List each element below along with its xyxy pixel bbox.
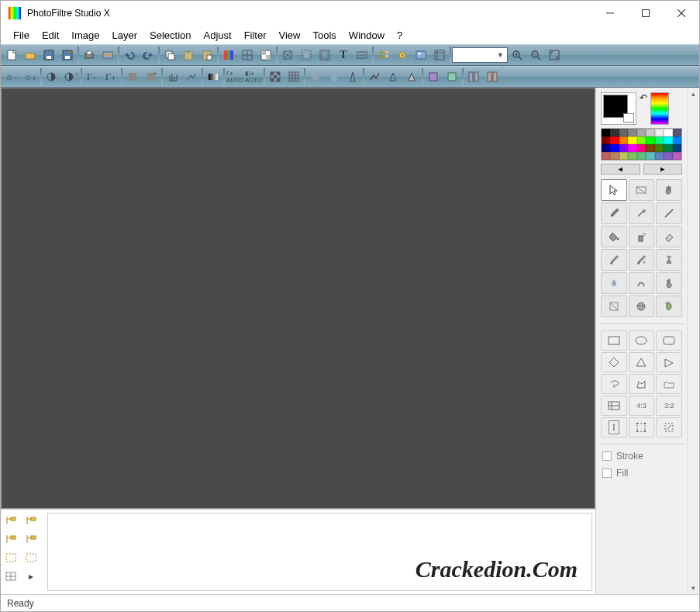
tool-art[interactable] bbox=[656, 296, 682, 317]
shape-invert[interactable]: I bbox=[601, 417, 627, 437]
fill-option[interactable]: Fill bbox=[602, 468, 681, 479]
palette-swatch[interactable] bbox=[610, 152, 619, 160]
shape-ratio-43[interactable]: 4:3 bbox=[629, 396, 655, 416]
palette-swatch[interactable] bbox=[619, 129, 628, 137]
palette-swatch[interactable] bbox=[664, 144, 672, 152]
fit-button[interactable] bbox=[316, 47, 334, 64]
zoom-out-button[interactable] bbox=[526, 47, 545, 64]
layer-strip[interactable]: Crackedion.Com bbox=[47, 513, 592, 591]
variations-button[interactable] bbox=[424, 68, 443, 85]
grayscale-button[interactable] bbox=[204, 68, 222, 85]
sat-minus-button[interactable] bbox=[123, 68, 142, 85]
tool-adv-brush[interactable]: + bbox=[629, 249, 655, 271]
shape-ratio-free[interactable] bbox=[601, 396, 627, 416]
stroke-option[interactable]: Stroke bbox=[602, 451, 681, 462]
shape-bounds[interactable] bbox=[629, 417, 655, 437]
tool-stamp[interactable] bbox=[656, 249, 682, 271]
auto-levels-button[interactable]: Γ±AUTO bbox=[226, 68, 244, 85]
maximize-button[interactable] bbox=[628, 2, 664, 25]
histogram-button[interactable] bbox=[164, 68, 182, 85]
palette-swatch[interactable] bbox=[646, 129, 654, 137]
palette-swatch[interactable] bbox=[619, 144, 628, 152]
menu-filter[interactable]: Filter bbox=[238, 27, 273, 43]
palette-swatch[interactable] bbox=[637, 144, 646, 152]
layer-sel1-button[interactable] bbox=[2, 550, 19, 565]
levels-button[interactable] bbox=[182, 68, 201, 85]
stroke-checkbox[interactable] bbox=[602, 451, 612, 461]
emboss-button[interactable] bbox=[402, 68, 421, 85]
brightness-plus-button[interactable]: ☼₊ bbox=[21, 68, 40, 85]
save-button[interactable] bbox=[40, 47, 58, 64]
background-color[interactable] bbox=[623, 113, 634, 123]
palette-swatch[interactable] bbox=[637, 129, 646, 137]
palette-swatch[interactable] bbox=[610, 129, 619, 137]
shape-triangle[interactable] bbox=[629, 352, 655, 372]
palette-swatch[interactable] bbox=[602, 144, 610, 152]
tool-layer-manager[interactable] bbox=[629, 179, 655, 201]
layer-play-button[interactable]: ▸ bbox=[22, 569, 40, 584]
menu-adjust[interactable]: Adjust bbox=[198, 27, 238, 43]
palette-prev-button[interactable]: ◄ bbox=[601, 164, 640, 175]
shape-diamond[interactable] bbox=[601, 352, 627, 372]
full-button[interactable] bbox=[545, 47, 564, 64]
menu-image[interactable]: Image bbox=[65, 27, 105, 43]
palette-swatch[interactable] bbox=[619, 137, 628, 144]
tool-deform[interactable] bbox=[601, 296, 627, 317]
contrast-plus-button[interactable]: + bbox=[61, 68, 80, 85]
palette-swatch[interactable] bbox=[673, 152, 681, 160]
vertical-scrollbar[interactable]: ▴ ▾ bbox=[687, 88, 699, 594]
menu-file[interactable]: File bbox=[7, 27, 36, 43]
minimize-button[interactable] bbox=[592, 2, 628, 25]
shape-wand-sel[interactable] bbox=[656, 417, 682, 437]
palette-swatch[interactable] bbox=[610, 144, 619, 152]
layer-collapse-button[interactable] bbox=[2, 513, 19, 528]
palette-swatch[interactable] bbox=[664, 152, 672, 160]
sat-plus-button[interactable]: + bbox=[142, 68, 160, 85]
palette-swatch[interactable] bbox=[673, 129, 681, 137]
soften-button[interactable] bbox=[306, 68, 325, 85]
color-spectrum[interactable] bbox=[650, 92, 669, 125]
tool-brush[interactable] bbox=[601, 249, 627, 271]
copy-button[interactable] bbox=[160, 47, 179, 64]
palette-swatch[interactable] bbox=[602, 129, 610, 137]
automation-button[interactable] bbox=[412, 47, 430, 64]
blur-button[interactable] bbox=[325, 68, 343, 85]
posterize-button[interactable] bbox=[284, 68, 303, 85]
canvas-size-button[interactable] bbox=[297, 47, 316, 64]
shape-folder[interactable] bbox=[656, 374, 682, 394]
palette-swatch[interactable] bbox=[628, 152, 636, 160]
image-size-button[interactable] bbox=[278, 47, 297, 64]
contrast-minus-button[interactable]: - bbox=[43, 68, 61, 85]
layer-sel2-button[interactable] bbox=[22, 550, 40, 565]
fg-bg-colors[interactable] bbox=[601, 92, 636, 125]
layer-grid-button[interactable] bbox=[2, 569, 19, 584]
paste-new-button[interactable] bbox=[198, 47, 216, 64]
menu-tools[interactable]: Tools bbox=[307, 27, 343, 43]
tool-fill[interactable] bbox=[601, 226, 627, 247]
tool-smudge[interactable] bbox=[629, 272, 655, 294]
palette-swatch[interactable] bbox=[655, 137, 664, 144]
brightness-minus-button[interactable]: ☼₋ bbox=[2, 68, 21, 85]
palette-swatch[interactable] bbox=[664, 129, 672, 137]
layer-expand-button[interactable] bbox=[22, 513, 40, 528]
tool-finger[interactable] bbox=[656, 272, 682, 294]
gamma-minus-button[interactable]: Γ₋ bbox=[83, 68, 102, 85]
relief-button[interactable] bbox=[365, 68, 384, 85]
gamma-plus-button[interactable]: Γ₊ bbox=[102, 68, 120, 85]
tool-retouch[interactable] bbox=[629, 296, 655, 317]
tool-blur-tool[interactable] bbox=[601, 272, 627, 294]
palette-swatch[interactable] bbox=[628, 137, 636, 144]
shape-lasso[interactable] bbox=[601, 374, 627, 394]
palette-swatch[interactable] bbox=[664, 137, 672, 144]
shape-rounded[interactable] bbox=[656, 330, 682, 351]
edge-button[interactable] bbox=[384, 68, 402, 85]
paste-button[interactable] bbox=[179, 47, 198, 64]
print-button[interactable] bbox=[80, 47, 98, 64]
undo-button[interactable] bbox=[120, 47, 139, 64]
menu-help[interactable]: ? bbox=[391, 27, 409, 43]
tool-eraser[interactable] bbox=[656, 226, 682, 247]
palette-swatch[interactable] bbox=[655, 152, 664, 160]
menu-window[interactable]: Window bbox=[343, 27, 391, 43]
palette-swatch[interactable] bbox=[610, 137, 619, 144]
palette-swatch[interactable] bbox=[628, 129, 636, 137]
